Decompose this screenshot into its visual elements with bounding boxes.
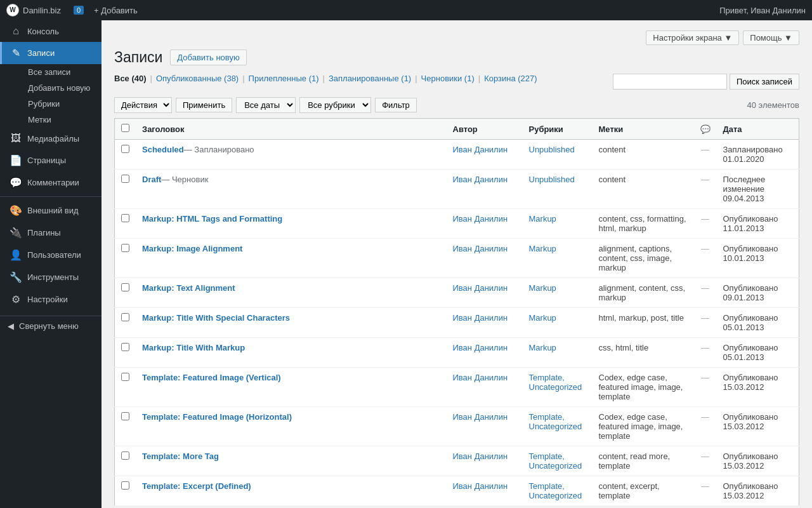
sidebar-sub-all-posts[interactable]: Все записи	[23, 64, 102, 80]
post-title-link[interactable]: Markup: Title With Special Characters	[142, 313, 290, 323]
category-filter-select[interactable]: Все рубрики	[299, 97, 371, 113]
bulk-actions-select[interactable]: Действия	[114, 97, 172, 113]
row-checkbox[interactable]	[115, 209, 136, 239]
row-comments: —	[694, 170, 717, 209]
filter-published[interactable]: Опубликованные (38)	[156, 74, 239, 83]
sidebar-item-appearance[interactable]: 🎨 Внешний вид	[0, 199, 102, 222]
author-link[interactable]: Иван Данилин	[453, 214, 508, 224]
sidebar-label-media: Медиафайлы	[27, 134, 79, 144]
search-input[interactable]	[613, 74, 727, 90]
screen-options-button[interactable]: Настройки экрана ▼	[646, 30, 739, 45]
sidebar-sub-add-new[interactable]: Добавить новую	[23, 80, 102, 96]
filter-pinned[interactable]: Прилепленные (1)	[249, 74, 319, 83]
author-link[interactable]: Иван Данилин	[453, 313, 508, 323]
sidebar-item-tools[interactable]: 🔧 Инструменты	[0, 266, 102, 288]
row-checkbox[interactable]	[115, 140, 136, 170]
row-checkbox[interactable]	[115, 170, 136, 209]
row-checkbox[interactable]	[115, 338, 136, 368]
row-select-checkbox[interactable]	[121, 244, 129, 252]
category-link[interactable]: Template, Uncategorized	[529, 412, 582, 431]
sidebar-sub-rubrics[interactable]: Рубрики	[23, 96, 102, 112]
row-select-checkbox[interactable]	[121, 283, 129, 291]
row-checkbox[interactable]	[115, 368, 136, 407]
site-name[interactable]: Danilin.biz	[23, 6, 61, 15]
author-link[interactable]: Иван Данилин	[453, 343, 508, 352]
row-checkbox[interactable]	[115, 446, 136, 476]
sidebar-item-comments[interactable]: 💬 Комментарии	[0, 171, 102, 194]
post-title-link[interactable]: Template: Featured Image (Vertical)	[142, 373, 281, 382]
sidebar-item-pages[interactable]: 📄 Страницы	[0, 149, 102, 171]
author-link[interactable]: Иван Данилин	[453, 244, 508, 253]
category-link[interactable]: Markup	[529, 313, 556, 323]
post-title-link[interactable]: Markup: Image Alignment	[142, 244, 242, 253]
category-link[interactable]: Unpublished	[529, 145, 575, 154]
category-link[interactable]: Markup	[529, 244, 556, 253]
add-new-topbar[interactable]: + Добавить	[94, 6, 138, 15]
filter-all[interactable]: Все (40)	[114, 74, 147, 83]
row-date: Опубликовано 15.03.2012	[717, 368, 799, 407]
author-link[interactable]: Иван Данилин	[453, 145, 508, 154]
col-header-date[interactable]: Дата	[717, 119, 799, 140]
row-select-checkbox[interactable]	[121, 214, 129, 222]
search-button[interactable]: Поиск записей	[730, 74, 799, 90]
post-title-link[interactable]: Template: Featured Image (Horizontal)	[142, 412, 292, 422]
author-link[interactable]: Иван Данилин	[453, 283, 508, 293]
row-select-checkbox[interactable]	[121, 373, 129, 381]
author-link[interactable]: Иван Данилин	[453, 481, 508, 491]
post-title-link[interactable]: Markup: Title With Markup	[142, 343, 245, 352]
author-link[interactable]: Иван Данилин	[453, 175, 508, 184]
post-title-link[interactable]: Scheduled	[142, 145, 184, 154]
category-link[interactable]: Template, Uncategorized	[529, 373, 582, 392]
post-title-link[interactable]: Markup: HTML Tags and Formatting	[142, 214, 282, 224]
post-title-link[interactable]: Markup: Text Alignment	[142, 283, 235, 293]
filter-scheduled[interactable]: Запланированные (1)	[329, 74, 411, 83]
select-all-checkbox[interactable]	[121, 124, 129, 132]
row-checkbox[interactable]	[115, 278, 136, 308]
post-title-link[interactable]: Draft	[142, 175, 161, 184]
row-select-checkbox[interactable]	[121, 481, 129, 490]
filter-drafts[interactable]: Черновики (1)	[421, 74, 475, 83]
help-button[interactable]: Помощь ▼	[743, 30, 799, 45]
category-link[interactable]: Markup	[529, 283, 556, 293]
author-link[interactable]: Иван Данилин	[453, 451, 508, 461]
row-select-checkbox[interactable]	[121, 175, 129, 183]
row-select-checkbox[interactable]	[121, 145, 129, 153]
collapse-menu-button[interactable]: ◀ Свернуть меню	[0, 316, 102, 336]
post-title-link[interactable]: Template: More Tag	[142, 451, 219, 461]
sidebar-item-media[interactable]: 🖼 Медиафайлы	[0, 128, 102, 149]
add-new-page-button[interactable]: Добавить новую	[170, 50, 246, 65]
sidebar-item-posts[interactable]: ✎ Записи	[0, 42, 102, 64]
col-header-title[interactable]: Заголовок	[136, 119, 447, 140]
row-author: Иван Данилин	[447, 278, 523, 308]
row-checkbox[interactable]	[115, 407, 136, 446]
sidebar-label-users: Пользователи	[27, 250, 81, 260]
sidebar-item-plugins[interactable]: 🔌 Плагины	[0, 222, 102, 244]
row-checkbox[interactable]	[115, 239, 136, 278]
category-link[interactable]: Template, Uncategorized	[529, 481, 582, 500]
row-author: Иван Данилин	[447, 407, 523, 446]
row-select-checkbox[interactable]	[121, 343, 129, 351]
category-link[interactable]: Markup	[529, 343, 556, 352]
author-link[interactable]: Иван Данилин	[453, 373, 508, 382]
notification-badge[interactable]: 0	[74, 6, 84, 15]
filter-button[interactable]: Фильтр	[375, 98, 417, 112]
row-checkbox[interactable]	[115, 476, 136, 506]
row-select-checkbox[interactable]	[121, 451, 129, 460]
row-checkbox[interactable]	[115, 308, 136, 338]
sidebar-item-settings[interactable]: ⚙ Настройки	[0, 288, 102, 311]
sidebar-item-users[interactable]: 👤 Пользователи	[0, 244, 102, 266]
sidebar-sub-tags[interactable]: Метки	[23, 112, 102, 128]
author-link[interactable]: Иван Данилин	[453, 412, 508, 422]
apply-button[interactable]: Применить	[176, 98, 232, 112]
filter-trash[interactable]: Корзина (227)	[484, 74, 537, 83]
date-filter-select[interactable]: Все даты	[236, 97, 296, 113]
category-link[interactable]: Markup	[529, 214, 556, 224]
sidebar-item-console[interactable]: ⌂ Консоль	[0, 20, 102, 42]
category-link[interactable]: Unpublished	[529, 175, 575, 184]
post-title-link[interactable]: Template: Excerpt (Defined)	[142, 481, 251, 491]
row-select-checkbox[interactable]	[121, 313, 129, 321]
category-link[interactable]: Template, Uncategorized	[529, 451, 582, 471]
sidebar-label-console: Консоль	[27, 27, 59, 36]
col-header-comments: 💬	[694, 119, 717, 140]
row-select-checkbox[interactable]	[121, 412, 129, 420]
